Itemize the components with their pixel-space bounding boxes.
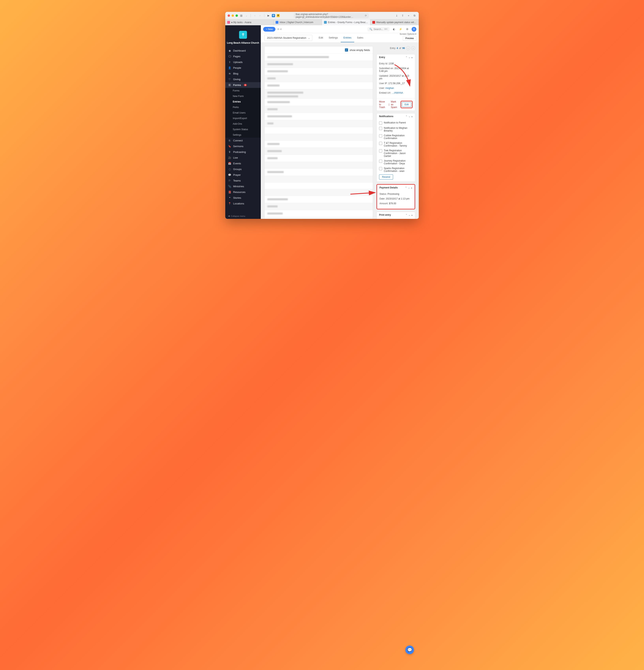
browser-tab-pxpay[interactable]: Manually update payment status with PxPa… xyxy=(370,19,419,25)
next-entry-icon[interactable]: › xyxy=(411,46,415,50)
reload-icon[interactable]: ⟳ xyxy=(365,14,367,17)
sidebar-sub-email-users[interactable]: Email Users xyxy=(225,110,261,116)
collapse-up-icon[interactable]: ⌃ xyxy=(406,115,407,118)
browser-tab-asana[interactable]: ● My tasks - Asana xyxy=(225,19,274,25)
sidebar-item-live[interactable]: 🎥Live xyxy=(225,155,261,161)
resend-button[interactable]: Resend xyxy=(379,174,393,179)
sidebar-item-groups[interactable]: ◌Groups xyxy=(225,166,261,172)
edit-button-highlight: Edit xyxy=(400,101,413,108)
close-window-icon[interactable] xyxy=(228,14,230,17)
toggle-icon[interactable]: ▴ xyxy=(411,214,413,216)
admin-topbar: + New ⟳4 🔍 Search... ⌘K ◐ ⚡ ⚙ ☰ xyxy=(261,25,419,33)
browser-tab-entries[interactable]: Entries - Gravity Forms ‹ Long Beach All… xyxy=(322,19,370,25)
sidebar-item-uploads[interactable]: ⇪Uploads xyxy=(225,59,261,65)
forward-icon[interactable]: › xyxy=(258,14,262,17)
collapse-up-icon[interactable]: ⌃ xyxy=(406,214,407,216)
sidebar-sub-perks[interactable]: Perks xyxy=(225,105,261,110)
card-title: Notifications xyxy=(379,115,394,118)
sidebar-sub-system-status[interactable]: System Status xyxy=(225,126,261,132)
collapse-up-icon[interactable]: ⌃ xyxy=(405,186,407,189)
share-icon[interactable]: ⇪ xyxy=(401,14,405,17)
sidebar-item-forms[interactable]: ☰Forms1 xyxy=(225,82,261,88)
sidebar-item-pages[interactable]: 🖵Pages xyxy=(225,54,261,59)
sidebar-item-ministries[interactable]: 📎Ministries xyxy=(225,184,261,189)
form-select[interactable]: 2023 AWANA Student Registration xyxy=(264,35,312,41)
notification-checkbox[interactable] xyxy=(379,160,382,163)
tab-edit[interactable]: Edit xyxy=(316,34,326,42)
toggle-icon[interactable]: ▴ xyxy=(411,186,412,189)
sidebar-sub-new-form[interactable]: New Form xyxy=(225,93,261,99)
bolt-icon[interactable]: ⚡ xyxy=(398,27,403,31)
sidebar-item-locations[interactable]: 📍Locations xyxy=(225,201,261,206)
sidebar-sub-import-export[interactable]: Import/Export xyxy=(225,116,261,121)
notification-label: Journey Registration Confirmation - Deya xyxy=(384,159,413,165)
notification-checkbox[interactable] xyxy=(379,149,382,152)
sidebar-sub-forms[interactable]: Forms xyxy=(225,88,261,93)
sidebar-item-events[interactable]: 📅Events xyxy=(225,161,261,166)
maximize-window-icon[interactable] xyxy=(235,14,238,17)
toggle-icon[interactable]: ▴ xyxy=(411,56,413,59)
moon-icon[interactable]: ◐ xyxy=(392,27,396,31)
collapse-down-icon[interactable]: ⌄ xyxy=(409,214,410,216)
sidebar-item-resources[interactable]: 📕Resources xyxy=(225,189,261,195)
prev-entry-icon[interactable]: ‹ xyxy=(406,46,410,50)
show-empty-checkbox[interactable]: ✓ xyxy=(345,49,348,52)
screen-options[interactable]: Screen Options ▾ xyxy=(400,33,416,35)
sidebar-item-dashboard[interactable]: ◉Dashboard xyxy=(225,48,261,54)
move-to-trash-link[interactable]: Move to Trash xyxy=(379,100,387,109)
sidebar-item-giving[interactable]: ♡Giving xyxy=(225,77,261,82)
entry-embed-link[interactable]: …/AWANA xyxy=(392,92,403,94)
site-name: Long Beach Alliance Church xyxy=(227,41,259,44)
chevron-down-icon[interactable]: ⌄ xyxy=(245,14,248,17)
sidebar-item-people[interactable]: 👤People xyxy=(225,65,261,71)
gear-icon[interactable]: ⚙ xyxy=(405,27,410,31)
collapse-menu[interactable]: ◀ Collapse menu xyxy=(225,213,261,219)
new-button[interactable]: + New xyxy=(263,27,275,31)
edit-button[interactable]: Edit xyxy=(402,102,411,107)
play-icon[interactable]: ▶ xyxy=(267,14,270,17)
url-bar[interactable]: lbac.org/wp-admin/admin.php?page=gf_entr… xyxy=(294,13,369,18)
notification-checkbox[interactable] xyxy=(379,127,382,130)
menu-icon[interactable]: ☰ xyxy=(412,27,416,31)
collapse-up-icon[interactable]: ⌃ xyxy=(406,56,407,59)
tab-settings[interactable]: Settings xyxy=(326,34,341,42)
entry-user-link[interactable]: meghan xyxy=(385,87,394,90)
favicon-icon xyxy=(276,21,278,24)
collapse-down-icon[interactable]: ⌄ xyxy=(409,56,410,59)
sidebar-toggle-icon[interactable]: ▥ xyxy=(239,14,243,17)
notification-checkbox[interactable] xyxy=(379,142,382,145)
toggle-icon[interactable]: ▴ xyxy=(411,115,413,118)
sidebar-item-podcasting[interactable]: 🎙Podcasting xyxy=(225,149,261,155)
sidebar-sub-entries[interactable]: Entries xyxy=(225,99,261,105)
sidebar-item-teams[interactable]: ⚐Teams xyxy=(225,178,261,184)
sidebar-item-blog[interactable]: ≋Blog xyxy=(225,71,261,77)
tab-sales[interactable]: Sales xyxy=(354,34,366,42)
notification-checkbox[interactable] xyxy=(379,134,382,137)
collapse-down-icon[interactable]: ⌄ xyxy=(408,186,410,189)
back-icon[interactable]: ‹ xyxy=(253,14,257,17)
sidebar-item-connect[interactable]: ⎘Connect xyxy=(225,138,261,144)
refresh-count[interactable]: ⟳4 xyxy=(277,28,282,31)
notification-checkbox[interactable] xyxy=(379,167,382,170)
site-logo[interactable]: ✝ Long Beach Alliance Church xyxy=(225,25,261,48)
collapse-down-icon[interactable]: ⌄ xyxy=(409,115,410,118)
new-tab-icon[interactable]: ＋ xyxy=(407,14,410,17)
mark-as-spam-link[interactable]: Mark as Spam xyxy=(391,100,399,109)
sidebar-item-stories[interactable]: ❝Stories xyxy=(225,195,261,201)
minimize-window-icon[interactable] xyxy=(232,14,234,17)
extension-icon[interactable]: R xyxy=(277,14,280,17)
intercom-chat-icon[interactable]: 💬 xyxy=(405,645,414,654)
download-icon[interactable]: ⤓ xyxy=(395,14,399,17)
tabs-icon[interactable]: ⧉ xyxy=(413,14,416,17)
sidebar-sub-addons[interactable]: Add-Ons xyxy=(225,121,261,126)
sidebar-item-sermons[interactable]: 🔖Sermons xyxy=(225,144,261,149)
browser-tab-intercom[interactable]: Inbox | Digital Church | Intercom xyxy=(274,19,322,25)
sidebar-item-prayer[interactable]: 💬Prayer xyxy=(225,172,261,178)
onepassword-icon[interactable]: ⦿ xyxy=(272,14,275,17)
tab-entries[interactable]: Entries xyxy=(341,34,354,42)
sidebar-sub-settings[interactable]: Settings xyxy=(225,132,261,138)
search-input[interactable]: 🔍 Search... ⌘K xyxy=(367,27,389,31)
preview-button[interactable]: Preview xyxy=(403,36,416,41)
notification-checkbox[interactable] xyxy=(379,121,382,125)
notification-label: Trek Registration Confirmation - Jason G… xyxy=(384,149,413,158)
